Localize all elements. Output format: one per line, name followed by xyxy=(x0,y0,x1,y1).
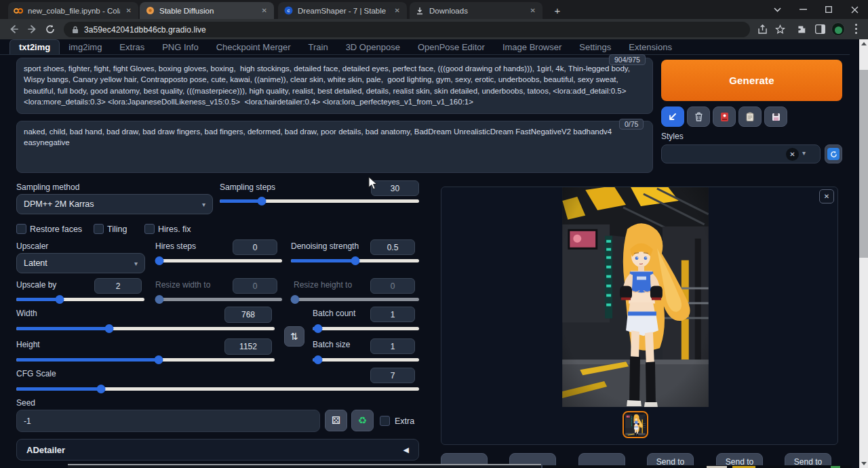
tab-search-chevron-icon[interactable] xyxy=(766,0,789,19)
paste-arrow-icon xyxy=(668,112,677,121)
batch-size-label: Batch size xyxy=(313,340,350,349)
share-icon[interactable] xyxy=(755,22,769,36)
resize-height-label: Resize height to xyxy=(294,280,352,290)
refresh-icon xyxy=(827,148,840,160)
save-style-button[interactable] xyxy=(764,106,787,127)
sampling-method-dropdown[interactable]: DPM++ 2M Karras ▾ xyxy=(16,194,213,214)
address-bar[interactable]: 3a59ec42041dbb46cb.gradio.live xyxy=(64,22,750,37)
reuse-seed-button[interactable]: ♻ xyxy=(351,410,374,431)
sampling-method-label: Sampling method xyxy=(16,182,79,192)
browser-tab-colab[interactable]: new_colab_file.ipynb - Colaborat ✕ xyxy=(8,2,138,19)
batch-count-slider[interactable] xyxy=(313,324,419,333)
generated-image[interactable] xyxy=(562,187,709,407)
sampling-steps-input[interactable]: 30 xyxy=(371,180,419,196)
prompt-textarea[interactable]: sport shoes, fighter, fight, fight Glove… xyxy=(16,58,653,114)
chrome-menu-icon[interactable] xyxy=(855,24,858,36)
browser-tab-stable-diffusion[interactable]: Stable Diffusion ✕ xyxy=(140,2,274,19)
browser-tab-strip: new_colab_file.ipynb - Colaborat ✕ Stabl… xyxy=(0,0,868,19)
generate-button[interactable]: Generate xyxy=(661,60,842,101)
extra-seed-checkbox[interactable] xyxy=(380,416,390,426)
browser-tab-downloads[interactable]: Downloads ✕ xyxy=(410,2,542,19)
batch-count-input[interactable]: 1 xyxy=(370,307,415,322)
tab-train[interactable]: Train xyxy=(300,40,337,55)
tab-checkpoint-merger[interactable]: Checkpoint Merger xyxy=(208,40,300,55)
close-gallery-button[interactable]: ✕ xyxy=(819,189,834,203)
extra-seed-label: Extra xyxy=(395,416,414,426)
upscale-by-input[interactable]: 2 xyxy=(94,278,142,294)
forward-icon[interactable] xyxy=(26,22,39,36)
tiling-checkbox[interactable] xyxy=(94,224,104,234)
scrollbar-thumb[interactable] xyxy=(859,70,868,258)
gallery-thumbnail-selected[interactable] xyxy=(623,411,648,438)
resize-width-slider xyxy=(155,295,282,304)
tab-close-icon[interactable]: ✕ xyxy=(529,7,537,14)
side-panel-icon[interactable] xyxy=(813,22,827,36)
floppy-icon xyxy=(772,113,781,121)
tab-3d-openpose[interactable]: 3D Openpose xyxy=(337,40,409,55)
negative-token-counter: 0/75 xyxy=(619,119,644,130)
hires-steps-slider[interactable] xyxy=(155,256,282,265)
upscale-by-slider[interactable] xyxy=(16,295,144,304)
close-window-button[interactable] xyxy=(843,0,866,19)
tab-close-icon[interactable]: ✕ xyxy=(125,7,133,14)
width-slider[interactable] xyxy=(16,324,275,333)
reload-icon[interactable] xyxy=(43,22,57,36)
download-icon xyxy=(415,6,425,16)
hires-fix-label: Hires. fix xyxy=(158,225,191,234)
maximize-button[interactable] xyxy=(817,0,840,19)
apply-styles-button[interactable] xyxy=(738,106,762,127)
tab-close-icon[interactable]: ✕ xyxy=(260,7,269,14)
tab-settings[interactable]: Settings xyxy=(570,40,620,55)
scroll-up-icon[interactable] xyxy=(859,39,868,48)
page-scrollbar[interactable] xyxy=(859,39,868,468)
scroll-down-icon[interactable] xyxy=(859,459,868,468)
upscaler-dropdown[interactable]: Latent ▾ xyxy=(16,253,145,273)
swap-dimensions-button[interactable]: ⇅ xyxy=(284,326,304,347)
width-input[interactable]: 768 xyxy=(224,307,272,323)
clear-prompt-button[interactable] xyxy=(687,106,710,127)
new-tab-button[interactable]: + xyxy=(551,5,564,17)
random-seed-button[interactable]: ⚄ xyxy=(325,410,347,431)
height-input[interactable]: 1152 xyxy=(224,338,272,355)
tab-close-icon[interactable]: ✕ xyxy=(393,7,401,14)
tab-openpose-editor[interactable]: OpenPose Editor xyxy=(409,40,494,55)
refresh-styles-button[interactable] xyxy=(825,144,842,163)
tab-image-browser[interactable]: Image Browser xyxy=(494,40,570,55)
tab-img2img[interactable]: img2img xyxy=(60,40,111,55)
cfg-scale-slider[interactable] xyxy=(16,385,419,393)
clear-styles-icon[interactable]: ✕ xyxy=(786,148,799,161)
bookmark-star-icon[interactable] xyxy=(773,22,787,36)
extra-networks-button[interactable] xyxy=(713,106,736,127)
seed-input[interactable] xyxy=(16,410,320,432)
denoising-input[interactable]: 0.5 xyxy=(370,239,415,255)
dice-icon: ⚄ xyxy=(332,414,340,427)
minimize-button[interactable] xyxy=(791,0,814,19)
tab-txt2img[interactable]: txt2img xyxy=(9,39,60,55)
resize-width-input: 0 xyxy=(233,278,277,294)
hires-fix-checkbox[interactable] xyxy=(144,224,155,234)
bottom-clipped-content xyxy=(542,465,852,468)
resize-width-label: Resize width to xyxy=(155,280,210,290)
styles-dropdown[interactable]: ✕ ▾ xyxy=(661,144,821,163)
tab-extensions[interactable]: Extensions xyxy=(620,40,681,55)
hires-steps-input[interactable]: 0 xyxy=(233,239,277,255)
browser-tab-dreamshaper[interactable]: c DreamShaper - 7 | Stable Diffusi ✕ xyxy=(278,2,407,19)
tab-extras[interactable]: Extras xyxy=(111,40,153,55)
sampling-steps-slider[interactable] xyxy=(220,197,419,206)
upscaler-value: Latent xyxy=(24,258,47,268)
profile-avatar[interactable] xyxy=(831,22,845,36)
negative-prompt-textarea[interactable]: naked, child, bad hand, bad draw, bad dr… xyxy=(16,121,653,173)
extensions-puzzle-icon[interactable] xyxy=(795,22,808,36)
chevron-down-icon[interactable]: ▾ xyxy=(802,149,806,157)
tab-png-info[interactable]: PNG Info xyxy=(153,40,207,55)
adetailer-accordion[interactable]: ADetailer ◀ xyxy=(16,439,419,461)
cfg-scale-input[interactable]: 7 xyxy=(370,368,415,383)
paste-params-button[interactable] xyxy=(661,106,684,127)
batch-size-slider[interactable] xyxy=(313,355,419,364)
back-icon[interactable] xyxy=(7,22,20,36)
restore-faces-checkbox[interactable] xyxy=(16,224,26,234)
height-slider[interactable] xyxy=(16,355,275,364)
denoising-slider[interactable] xyxy=(291,256,419,265)
batch-size-input[interactable]: 1 xyxy=(370,338,415,354)
chevron-down-icon: ▾ xyxy=(202,201,205,208)
